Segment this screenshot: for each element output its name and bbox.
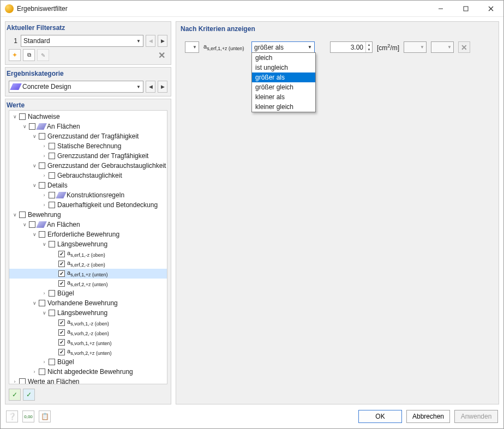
tree-node[interactable]: An Flächen <box>47 123 80 130</box>
tree-node[interactable]: Grenzzustand der Gebrauchstauglichkeit <box>47 162 166 170</box>
toggle-icon[interactable]: ∨ <box>31 134 38 139</box>
checkbox[interactable] <box>39 162 45 169</box>
tree-leaf[interactable]: as,vorh,2,+z (unten) <box>67 348 111 356</box>
tree-node[interactable]: Bügel <box>57 358 74 366</box>
tree-leaf[interactable]: as,erf,1,-z (oben) <box>67 250 105 258</box>
tree-node[interactable]: Bewehrung <box>28 211 61 219</box>
checkbox[interactable] <box>49 153 55 159</box>
checkbox[interactable] <box>39 231 45 238</box>
extra-combo-2[interactable]: ▼ <box>431 41 454 53</box>
filterset-combo[interactable]: Standard ▼ <box>21 35 143 47</box>
ok-button[interactable]: OK <box>358 410 402 423</box>
operator-option[interactable]: kleiner gleich <box>252 102 315 112</box>
category-combo[interactable]: Concrete Design ▼ <box>9 81 143 93</box>
toggle-icon[interactable]: › <box>41 153 47 159</box>
checkbox[interactable] <box>49 310 55 316</box>
checkbox[interactable] <box>49 290 55 297</box>
units-button[interactable]: 0,00 <box>22 410 34 422</box>
tree-node[interactable]: Grenzzustand der Tragfähigkeit <box>47 132 139 140</box>
new-filter-button[interactable]: ✦ <box>9 49 21 61</box>
tree-node[interactable]: Gebrauchstauglichkeit <box>57 172 122 179</box>
checkbox[interactable] <box>19 378 26 384</box>
checkbox[interactable] <box>39 368 45 375</box>
toggle-icon[interactable]: ∨ <box>31 232 38 237</box>
toggle-icon[interactable]: ∨ <box>31 183 38 188</box>
checkbox[interactable] <box>49 192 55 198</box>
toggle-icon[interactable]: › <box>41 202 47 208</box>
apply-button[interactable]: Anwenden <box>454 410 498 423</box>
checkbox[interactable] <box>58 261 65 267</box>
tree-node[interactable]: Erforderliche Bewehrung <box>47 231 119 238</box>
checkbox[interactable] <box>19 212 26 218</box>
tree-node[interactable]: An Flächen <box>47 221 80 228</box>
toggle-icon[interactable]: ∨ <box>21 222 28 227</box>
check-all-button[interactable]: ✓ <box>9 389 21 401</box>
delete-filter-button[interactable]: ✕ <box>155 49 167 61</box>
tree-node[interactable]: Statische Berechnung <box>57 142 121 150</box>
value-step-down[interactable]: ▼ <box>365 47 372 53</box>
checkbox[interactable] <box>58 280 65 287</box>
toggle-icon[interactable]: ∨ <box>41 241 47 247</box>
filterset-prev-button[interactable]: ◀ <box>146 35 155 47</box>
delete-criterion-button[interactable]: ✕ <box>458 41 470 53</box>
toggle-icon[interactable]: ∨ <box>41 310 47 316</box>
toggle-icon[interactable]: ∨ <box>11 114 18 119</box>
tree-leaf[interactable]: as,vorh,1,+z (unten) <box>67 338 111 346</box>
toggle-icon[interactable]: › <box>11 379 18 384</box>
checkbox[interactable] <box>39 300 45 306</box>
checkbox[interactable] <box>49 172 55 179</box>
filterset-next-button[interactable]: ▶ <box>158 35 167 47</box>
toggle-icon[interactable]: ∨ <box>31 300 38 306</box>
tree-node[interactable]: Konstruktionsregeln <box>67 191 124 199</box>
tree-node[interactable]: Nicht abgedeckte Bewehrung <box>47 368 133 376</box>
help-button[interactable]: ❔ <box>6 410 18 422</box>
checkbox[interactable] <box>58 329 65 336</box>
toggle-icon[interactable]: ∨ <box>21 124 28 129</box>
operator-combo[interactable]: größer als ▼ gleich ist ungleich größer … <box>251 41 315 53</box>
checkbox[interactable] <box>49 143 55 149</box>
tree-leaf[interactable]: as,erf,2,+z (unten) <box>67 279 107 287</box>
tree-node[interactable]: Längsbewehrung <box>57 309 107 317</box>
tree-node[interactable]: Nachweise <box>28 113 60 120</box>
tree-node[interactable]: Grenzzustand der Tragfähigkeit <box>57 152 148 160</box>
maximize-button[interactable] <box>453 1 478 17</box>
operator-option[interactable]: größer als <box>252 72 315 82</box>
toggle-icon[interactable]: ∨ <box>31 163 38 168</box>
category-next-button[interactable]: ▶ <box>158 81 167 93</box>
minimize-button[interactable] <box>428 1 453 17</box>
toggle-icon[interactable]: › <box>41 359 47 365</box>
logical-op-combo[interactable]: ▼ <box>185 41 199 53</box>
tree-leaf[interactable]: as,vorh,2,-z (oben) <box>67 328 109 336</box>
tree-node[interactable]: Längsbewehrung <box>57 240 107 248</box>
checkbox[interactable] <box>29 221 35 228</box>
copy-filter-button[interactable]: ⧉ <box>23 49 35 61</box>
extra-combo-1[interactable]: ▼ <box>404 41 427 53</box>
toggle-icon[interactable]: › <box>31 369 38 374</box>
toggle-icon[interactable]: › <box>41 143 47 149</box>
checkbox[interactable] <box>49 241 55 247</box>
toggle-icon[interactable]: › <box>41 291 47 296</box>
edit-filter-button[interactable]: ✎ <box>37 49 49 61</box>
tree-node[interactable]: Details <box>47 182 68 189</box>
checkbox[interactable] <box>58 339 65 346</box>
checkbox[interactable] <box>58 349 65 355</box>
close-button[interactable] <box>478 1 503 17</box>
value-step-up[interactable]: ▲ <box>365 42 372 47</box>
checkbox[interactable] <box>19 113 26 120</box>
operator-option[interactable]: ist ungleich <box>252 63 315 72</box>
values-tree[interactable]: ∨Nachweise ∨An Flächen ∨Grenzzustand der… <box>9 112 167 384</box>
cancel-button[interactable]: Abbrechen <box>406 410 450 423</box>
category-prev-button[interactable]: ◀ <box>146 81 155 93</box>
checkbox[interactable] <box>58 251 65 257</box>
operator-option[interactable]: größer gleich <box>252 82 315 92</box>
tree-leaf[interactable]: as,vorh,1,-z (oben) <box>67 318 109 327</box>
checkbox[interactable] <box>58 319 65 326</box>
checkbox[interactable] <box>29 123 35 130</box>
tree-node[interactable]: Werte an Flächen <box>28 378 80 384</box>
operator-option[interactable]: kleiner als <box>252 92 315 102</box>
toggle-icon[interactable]: ∨ <box>11 212 18 217</box>
tree-node[interactable]: Vorhandene Bewehrung <box>47 299 118 307</box>
tree-leaf-selected[interactable]: as,erf,1,+z (unten) <box>67 269 107 277</box>
tree-node[interactable]: Dauerhaftigkeit und Betondeckung <box>57 201 158 209</box>
toggle-icon[interactable]: › <box>41 192 47 198</box>
